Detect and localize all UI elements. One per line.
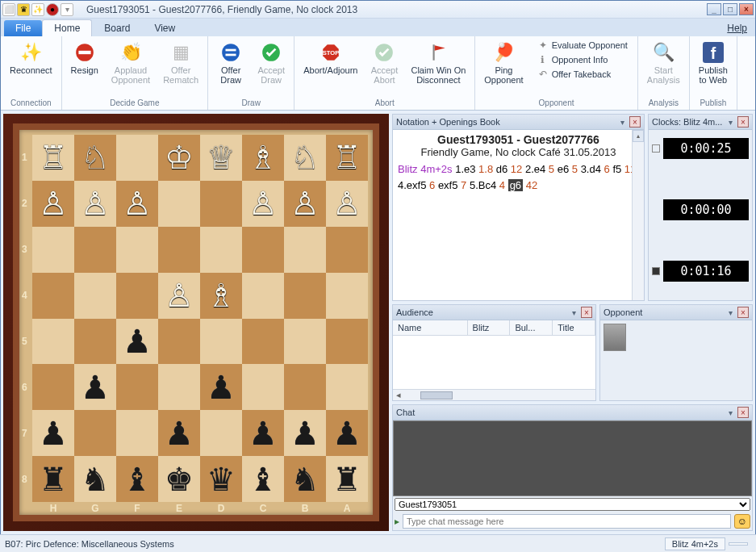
square-G4[interactable] <box>74 273 116 319</box>
move-list[interactable]: Blitz 4m+2s 1.e3 1.8 d6 12 2.e4 5 e6 5 3… <box>398 161 639 193</box>
square-H4[interactable] <box>32 273 74 319</box>
square-D1[interactable]: ♕ <box>200 135 242 181</box>
audience-table-header[interactable]: Name Blitz Bul... Title <box>393 320 595 336</box>
chat-target-select[interactable]: Guest1793051 <box>395 498 750 511</box>
square-H2[interactable]: ♙ <box>32 181 74 227</box>
square-A5[interactable] <box>326 319 368 365</box>
square-F2[interactable]: ♙ <box>116 181 158 227</box>
square-C4[interactable] <box>242 273 284 319</box>
close-button[interactable]: × <box>739 3 754 15</box>
square-B4[interactable] <box>284 273 326 319</box>
square-B1[interactable]: ♘ <box>284 135 326 181</box>
panel-dropdown-icon[interactable]: ▾ <box>568 307 579 318</box>
square-D5[interactable] <box>200 319 242 365</box>
square-C1[interactable]: ♗ <box>242 135 284 181</box>
square-C3[interactable] <box>242 227 284 273</box>
square-C5[interactable] <box>242 319 284 365</box>
square-A3[interactable] <box>326 227 368 273</box>
square-H3[interactable] <box>32 227 74 273</box>
square-E4[interactable]: ♙ <box>158 273 200 319</box>
square-H6[interactable] <box>32 364 74 410</box>
square-G8[interactable]: ♞ <box>74 456 116 502</box>
panel-close-icon[interactable]: × <box>737 307 749 318</box>
square-B7[interactable]: ♟ <box>284 410 326 456</box>
square-D3[interactable] <box>200 227 242 273</box>
square-E3[interactable] <box>158 227 200 273</box>
opponent-info-button[interactable]: ℹOpponent Info <box>534 52 631 67</box>
square-C8[interactable]: ♝ <box>242 456 284 502</box>
offer-draw-button[interactable]: Offer Draw <box>211 38 250 88</box>
square-A4[interactable] <box>326 273 368 319</box>
square-B3[interactable] <box>284 227 326 273</box>
panel-close-icon[interactable]: × <box>737 116 749 128</box>
square-E1[interactable]: ♔ <box>158 135 200 181</box>
board-tab[interactable]: Board <box>92 19 142 36</box>
help-link[interactable]: Help <box>719 20 755 36</box>
square-G3[interactable] <box>74 227 116 273</box>
resign-button[interactable]: Resign <box>65 38 104 78</box>
square-B2[interactable]: ♙ <box>284 181 326 227</box>
square-D4[interactable]: ♗ <box>200 273 242 319</box>
square-G5[interactable] <box>74 319 116 365</box>
square-D6[interactable]: ♟ <box>200 364 242 410</box>
chessboard[interactable]: ♖♘♔♕♗♘♖♙♙♙♙♙♙♙♗♟♟♟♟♟♟♟♟♜♞♝♚♛♝♞♜ <box>32 135 368 502</box>
home-tab[interactable]: Home <box>42 19 92 36</box>
square-D2[interactable] <box>200 181 242 227</box>
panel-dropdown-icon[interactable]: ▾ <box>725 407 736 418</box>
square-D7[interactable] <box>200 410 242 456</box>
evaluate-opponent-button[interactable]: ✦Evaluate Opponent <box>534 38 631 52</box>
square-E6[interactable] <box>158 364 200 410</box>
accept-abort-button[interactable]: Accept Abort <box>365 38 403 88</box>
audience-hscrollbar[interactable]: ◂ <box>393 389 595 400</box>
square-A2[interactable]: ♙ <box>326 181 368 227</box>
square-F3[interactable] <box>116 227 158 273</box>
accept-draw-button[interactable]: Accept Draw <box>252 38 290 88</box>
square-A6[interactable] <box>326 364 368 410</box>
panel-close-icon[interactable]: × <box>581 307 592 318</box>
square-G7[interactable] <box>74 410 116 456</box>
square-F1[interactable] <box>116 135 158 181</box>
applaud-button[interactable]: 👏 Applaud Opponent <box>106 38 156 88</box>
square-F4[interactable] <box>116 273 158 319</box>
square-E8[interactable]: ♚ <box>158 456 200 502</box>
square-C7[interactable]: ♟ <box>242 410 284 456</box>
minimize-button[interactable]: _ <box>707 3 721 15</box>
panel-close-icon[interactable]: × <box>629 116 641 128</box>
maximize-button[interactable]: □ <box>723 3 737 15</box>
panel-dropdown-icon[interactable]: ▾ <box>725 116 736 128</box>
square-C6[interactable] <box>242 364 284 410</box>
square-F8[interactable]: ♝ <box>116 456 158 502</box>
publish-web-button[interactable]: f Publish to Web <box>693 38 733 88</box>
square-E5[interactable] <box>158 319 200 365</box>
square-E2[interactable] <box>158 181 200 227</box>
chat-input[interactable] <box>403 514 731 529</box>
square-F5[interactable]: ♟ <box>116 319 158 365</box>
emoji-button[interactable]: ☺ <box>734 514 750 529</box>
panel-dropdown-icon[interactable]: ▾ <box>616 116 628 128</box>
square-A1[interactable]: ♖ <box>326 135 368 181</box>
panel-dropdown-icon[interactable]: ▾ <box>725 307 736 318</box>
abort-adjourn-button[interactable]: STOP Abort/Adjourn <box>298 38 363 78</box>
square-E7[interactable]: ♟ <box>158 410 200 456</box>
claim-win-button[interactable]: Claim Win On Disconnect <box>405 38 471 88</box>
square-A8[interactable]: ♜ <box>326 456 368 502</box>
start-analysis-button[interactable]: 🔍 Start Analysis <box>641 38 686 88</box>
square-B5[interactable] <box>284 319 326 365</box>
notation-scrollbar[interactable]: ▴ <box>632 130 644 300</box>
square-H1[interactable]: ♖ <box>32 135 74 181</box>
file-tab[interactable]: File <box>4 20 42 36</box>
rematch-button[interactable]: ▦ Offer Rematch <box>157 38 204 88</box>
square-B8[interactable]: ♞ <box>284 456 326 502</box>
square-C2[interactable]: ♙ <box>242 181 284 227</box>
clock-checkbox-top[interactable] <box>652 144 660 153</box>
square-A7[interactable]: ♟ <box>326 410 368 456</box>
ping-opponent-button[interactable]: 🏓 Ping Opponent <box>478 38 528 88</box>
square-F7[interactable] <box>116 410 158 456</box>
square-H7[interactable]: ♟ <box>32 410 74 456</box>
view-tab[interactable]: View <box>142 19 187 36</box>
reconnect-button[interactable]: ✨ Reconnect <box>4 38 58 78</box>
square-G2[interactable]: ♙ <box>74 181 116 227</box>
square-B6[interactable] <box>284 364 326 410</box>
offer-takeback-button[interactable]: ↶Offer Takeback <box>534 67 631 82</box>
square-H5[interactable] <box>32 319 74 365</box>
